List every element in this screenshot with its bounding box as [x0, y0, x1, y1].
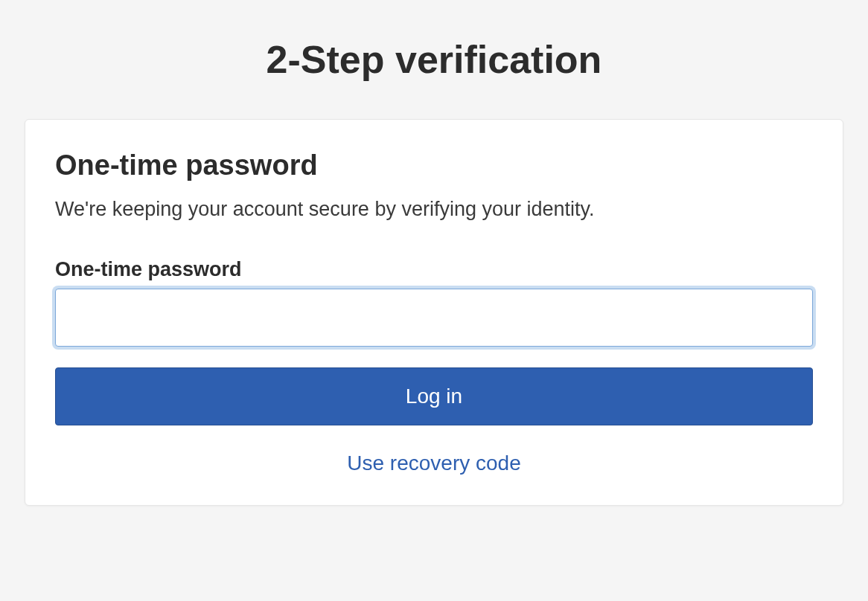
otp-label: One-time password — [55, 258, 813, 281]
otp-input[interactable] — [55, 289, 813, 347]
card-description: We're keeping your account secure by ver… — [55, 198, 813, 221]
verification-card: One-time password We're keeping your acc… — [25, 119, 843, 506]
login-button[interactable]: Log in — [55, 367, 813, 425]
recovery-code-link[interactable]: Use recovery code — [347, 451, 520, 475]
page-title: 2-Step verification — [25, 37, 843, 82]
card-title: One-time password — [55, 150, 813, 181]
